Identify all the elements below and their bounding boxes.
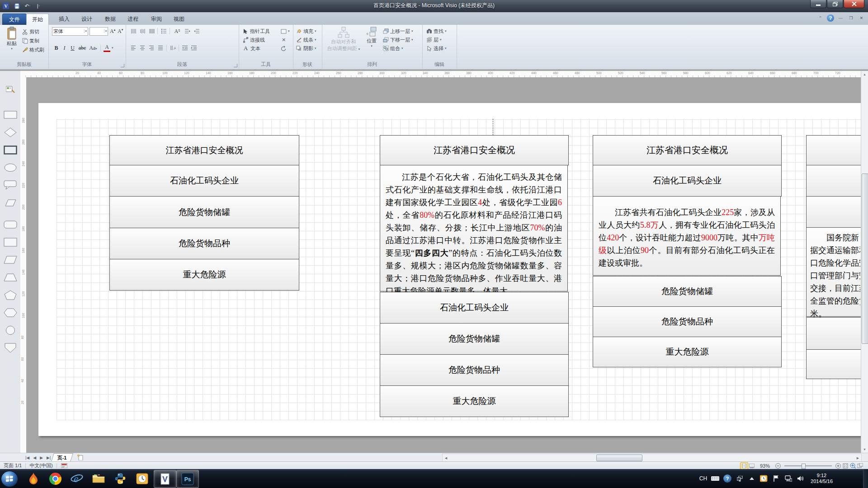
flow-box-paragraph[interactable]: 江苏省共有石油化工码头企业225家，涉及从业人员大约5.8万人，拥有专业化石油化… <box>593 196 781 276</box>
tray-network-icon[interactable] <box>784 474 793 483</box>
flow-box-paragraph[interactable]: 江苏是个石化大省，石油化工码头及其仓储式石化产业的基础支撑和生命线，依托沿江港口… <box>380 165 568 291</box>
group-button[interactable]: 组合▾ <box>382 44 403 52</box>
tray-outlook-reminder-icon[interactable] <box>760 474 768 483</box>
zoom-slider[interactable] <box>784 465 832 466</box>
flow-box[interactable]: 危险货物储罐 <box>109 196 299 228</box>
tab-review[interactable]: 审阅 <box>146 14 167 25</box>
auto-align-button[interactable]: 自动对齐和 自动调整间距 ▾ <box>326 27 362 64</box>
tab-insert[interactable]: 插入 <box>53 14 75 25</box>
paste-button[interactable]: 粘贴 ▾ <box>4 27 20 63</box>
shrink-font-icon[interactable]: A▾ <box>117 28 123 35</box>
decrease-indent-icon[interactable] <box>182 45 188 51</box>
justify-icon[interactable] <box>157 45 164 51</box>
shape-pentagon[interactable] <box>4 290 17 300</box>
tab-file[interactable]: 文件 <box>2 14 27 26</box>
fill-button[interactable]: 填充▾ <box>296 27 316 35</box>
shape-diamond[interactable] <box>4 127 17 137</box>
taskbar-visio-button[interactable] <box>154 470 176 488</box>
restore-button[interactable] <box>827 0 843 8</box>
taskbar-ie-icon[interactable]: e <box>67 471 87 486</box>
position-button[interactable]: 位置 ▾ <box>363 27 380 64</box>
drawing-canvas[interactable]: 江苏省港口安全概况 石油化工码头企业 危险货物储罐 危险货物品种 重大危险源 江… <box>26 77 861 453</box>
flow-box[interactable] <box>806 135 861 165</box>
doc-minimize-icon[interactable]: — <box>837 14 844 22</box>
select-button[interactable]: 选择▾ <box>426 44 447 52</box>
find-button[interactable]: 查找▾ <box>426 27 447 35</box>
freeform-tool-button[interactable] <box>280 44 287 52</box>
strikethrough-button[interactable]: abc <box>77 45 87 52</box>
tab-process[interactable]: 进程 <box>122 14 144 25</box>
font-name-combo[interactable]: 宋体▾ <box>52 27 88 36</box>
taskbar-chrome-icon[interactable] <box>45 471 65 486</box>
show-desktop-button[interactable] <box>863 469 868 488</box>
shape-square[interactable] <box>4 237 17 247</box>
stencil-icon[interactable] <box>4 84 17 94</box>
rectangle-tool-button[interactable]: ▾ <box>280 27 290 35</box>
line-spacing-icon-3[interactable] <box>148 28 155 34</box>
shape-rectangle[interactable] <box>4 110 17 120</box>
tray-help-icon[interactable]: ? <box>723 474 731 483</box>
increase-indent-icon[interactable] <box>191 45 197 51</box>
taskbar-flame-app-icon[interactable] <box>24 471 43 486</box>
taskbar-python-icon[interactable] <box>110 471 130 486</box>
align-left-icon[interactable] <box>130 45 137 51</box>
flow-box[interactable] <box>806 349 861 379</box>
format-painter-button[interactable]: 格式刷 <box>22 46 44 54</box>
tab-design[interactable]: 设计 <box>76 14 98 25</box>
shape-callout[interactable] <box>4 180 17 190</box>
flow-box-paragraph[interactable]: 国务院新《据交通运输部和口危险化学品安口管理部门与安交接，目前江苏全监管的危险货… <box>806 227 861 317</box>
flow-box-title[interactable]: 江苏省港口安全概况 <box>593 135 782 165</box>
grow-font-icon[interactable]: A▴ <box>109 28 116 35</box>
vertical-ruler[interactable]: 28026024022020018016014012010080604020 <box>20 77 27 453</box>
flow-box[interactable]: 危险货物品种 <box>380 354 569 386</box>
sheet-tab[interactable]: 页-1 <box>51 453 73 462</box>
help-icon[interactable]: ? <box>827 14 834 22</box>
tray-language-indicator[interactable]: CH <box>699 475 707 482</box>
shape-trapezoid[interactable] <box>4 272 17 282</box>
tray-clock[interactable]: 9:12 2014/5/16 <box>811 473 833 484</box>
tab-view[interactable]: 视图 <box>168 14 190 25</box>
status-page[interactable]: 页面 1/1 <box>4 462 22 469</box>
shape-slanted-flag[interactable] <box>4 198 17 208</box>
scroll-left-icon[interactable]: ◀ <box>443 455 449 461</box>
underline-button[interactable]: U <box>69 45 76 52</box>
bullets-icon[interactable] <box>160 28 167 34</box>
italic-button[interactable]: I <box>61 45 68 52</box>
flow-box[interactable]: 石油化工码头企业 <box>380 292 569 324</box>
flow-box[interactable]: 危险货物储罐 <box>593 276 782 307</box>
zoom-in-icon[interactable] <box>835 463 842 469</box>
zoom-out-icon[interactable] <box>774 463 782 469</box>
horizontal-ruler[interactable]: 2040608010012014016018020022024026028030… <box>20 71 861 78</box>
scroll-down-icon[interactable]: ▼ <box>861 446 868 453</box>
line-spacing-icon-2[interactable] <box>139 28 146 34</box>
connection-point-button[interactable]: ✕ <box>282 36 286 44</box>
flow-box[interactable]: 危险货物储罐 <box>380 323 569 355</box>
tray-keyboard-icon[interactable] <box>711 474 719 483</box>
flow-box[interactable] <box>806 317 861 350</box>
scroll-up-icon[interactable]: ▲ <box>861 71 868 78</box>
tray-volume-icon[interactable] <box>797 474 805 483</box>
qat-customize-icon[interactable]: |▾ <box>34 2 42 9</box>
connector-tool-button[interactable]: 连接线 <box>242 36 265 44</box>
line-spacing-icon-1[interactable] <box>130 28 137 34</box>
save-icon[interactable] <box>13 2 21 9</box>
flow-box[interactable]: 石油化工码头企业 <box>109 165 299 197</box>
doc-restore-icon[interactable]: ❐ <box>847 14 855 22</box>
change-case-button[interactable]: Aa▾ <box>89 45 98 52</box>
shape-ellipse[interactable] <box>4 163 17 173</box>
shape-rectangle-selected[interactable] <box>4 145 17 155</box>
pan-window-icon[interactable] <box>856 463 863 469</box>
bring-forward-button[interactable]: 上移一层▾ <box>382 27 413 35</box>
zoom-slider-thumb[interactable] <box>802 464 806 469</box>
next-page-icon[interactable]: ▶ <box>38 455 45 460</box>
flow-box[interactable]: 石油化工码头企业 <box>593 165 782 197</box>
minimize-ribbon-icon[interactable]: ⌃ <box>816 14 824 22</box>
flow-box[interactable]: 重大危险源 <box>380 385 569 417</box>
start-button[interactable] <box>1 471 18 487</box>
align-right-icon[interactable] <box>148 45 155 51</box>
view-fullscreen-icon[interactable] <box>748 463 755 469</box>
tray-action-center-flag-icon[interactable] <box>772 474 780 483</box>
taskbar-outlook-icon[interactable] <box>132 471 152 486</box>
shape-parallelogram[interactable] <box>4 255 17 265</box>
doc-close-icon[interactable]: ✕ <box>858 14 865 22</box>
